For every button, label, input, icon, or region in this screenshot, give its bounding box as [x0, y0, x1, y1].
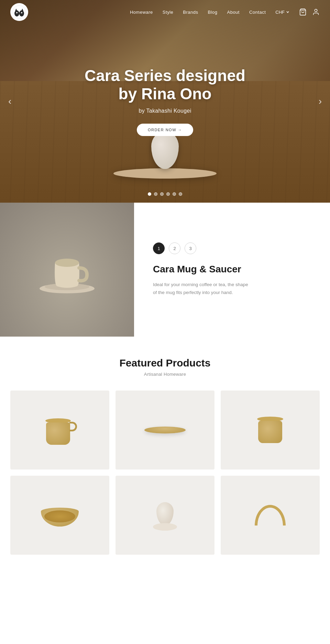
- products-section: Featured Products Artisanal Homeware: [0, 337, 330, 565]
- hero-next-button[interactable]: ›: [315, 92, 325, 110]
- site-logo[interactable]: [10, 3, 28, 21]
- product-visual-6: [221, 476, 320, 555]
- product-card-1[interactable]: [10, 391, 109, 470]
- hero-dot-1[interactable]: [148, 192, 151, 196]
- product-card-6[interactable]: [221, 476, 320, 555]
- feature-image: [0, 203, 134, 337]
- hero-dots: [148, 192, 182, 196]
- product-visual-4: [10, 476, 109, 555]
- hero-cta-button[interactable]: ORDER NOW →: [137, 124, 193, 136]
- products-title: Featured Products: [10, 357, 320, 369]
- header: Homeware Style Brands Blog About Contact…: [0, 0, 330, 24]
- nav-homeware[interactable]: Homeware: [130, 10, 153, 15]
- svg-point-8: [315, 9, 317, 12]
- products-header: Featured Products Artisanal Homeware: [10, 357, 320, 377]
- hero-egg: [151, 131, 179, 169]
- chevron-down-icon: [286, 10, 289, 14]
- hero-dot-6[interactable]: [179, 192, 182, 196]
- header-icons: [299, 8, 320, 16]
- svg-point-5: [16, 12, 18, 13]
- nav-blog[interactable]: Blog: [208, 10, 217, 15]
- products-subtitle: Artisanal Homeware: [10, 372, 320, 377]
- nav-contact[interactable]: Contact: [249, 10, 266, 15]
- egg-icon: [153, 500, 177, 531]
- product-card-4[interactable]: [10, 476, 109, 555]
- hero-plate: [113, 168, 217, 179]
- product-card-5[interactable]: [116, 476, 214, 555]
- product-visual-5: [116, 476, 214, 555]
- feature-content: 1 2 3 Cara Mug & Saucer Ideal for your m…: [134, 203, 330, 337]
- cup-icon: [43, 416, 77, 445]
- feature-cup-svg: [33, 235, 101, 304]
- hero-dot-5[interactable]: [173, 192, 176, 196]
- product-card-2[interactable]: [116, 391, 214, 470]
- currency-selector[interactable]: CHF: [275, 10, 289, 15]
- bowl-icon: [41, 504, 79, 527]
- product-visual-2: [116, 391, 214, 470]
- feature-tabs: 1 2 3: [153, 242, 311, 254]
- tumbler-icon: [258, 417, 282, 443]
- ring-icon: [255, 505, 286, 526]
- cart-icon[interactable]: [299, 8, 307, 16]
- hero-prev-button[interactable]: ‹: [5, 92, 15, 110]
- products-grid: [10, 391, 320, 555]
- main-nav: Homeware Style Brands Blog About Contact…: [130, 8, 320, 16]
- product-visual-1: [10, 391, 109, 470]
- nav-about[interactable]: About: [227, 10, 239, 15]
- hero-section: Cara Series designed by Rina Ono by Taka…: [0, 0, 330, 203]
- feature-description: Ideal for your morning coffee or tea, th…: [153, 281, 249, 297]
- product-visual-3: [221, 391, 320, 470]
- hero-dot-3[interactable]: [160, 192, 164, 196]
- product-card-3[interactable]: [221, 391, 320, 470]
- feature-tab-2[interactable]: 2: [169, 242, 180, 254]
- nav-style[interactable]: Style: [163, 10, 173, 15]
- feature-tab-1[interactable]: 1: [153, 242, 165, 254]
- hero-dot-4[interactable]: [166, 192, 170, 196]
- svg-point-11: [55, 259, 79, 267]
- plate-icon: [144, 427, 186, 433]
- hero-content: Cara Series designed by Rina Ono by Taka…: [82, 67, 248, 136]
- feature-section: 1 2 3 Cara Mug & Saucer Ideal for your m…: [0, 203, 330, 337]
- feature-tab-3[interactable]: 3: [185, 242, 196, 254]
- hero-subtitle: by Takahashi Kougei: [82, 108, 248, 114]
- user-icon[interactable]: [312, 8, 320, 16]
- hero-title: Cara Series designed by Rina Ono: [82, 67, 248, 103]
- svg-point-0: [13, 5, 26, 19]
- hero-dot-2[interactable]: [154, 192, 157, 196]
- feature-title: Cara Mug & Saucer: [153, 264, 311, 275]
- nav-brands[interactable]: Brands: [183, 10, 198, 15]
- svg-point-6: [21, 12, 22, 13]
